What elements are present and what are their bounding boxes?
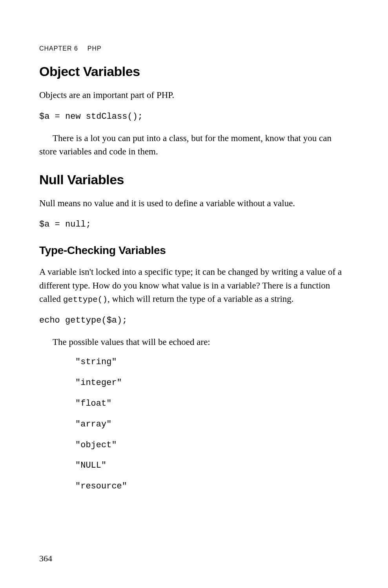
page-number: 364	[39, 554, 52, 564]
type-list: "string" "integer" "float" "array" "obje…	[75, 356, 349, 493]
list-item: "array"	[75, 418, 349, 431]
paragraph: Null means no value and it is used to de…	[39, 197, 349, 211]
paragraph: The possible values that will be echoed …	[39, 336, 349, 349]
inline-code: gettype()	[63, 295, 107, 304]
section-type-checking: Type-Checking Variables A variable isn't…	[39, 244, 349, 493]
code-block: echo gettype($a);	[39, 314, 349, 327]
section-object-variables: Object Variables Objects are an importan…	[39, 64, 349, 159]
running-header: CHAPTER 6PHP	[39, 45, 349, 52]
heading-null-variables: Null Variables	[39, 172, 349, 187]
list-item: "resource"	[75, 480, 349, 493]
list-item: "string"	[75, 356, 349, 368]
code-block: $a = new stdClass();	[39, 110, 349, 123]
heading-object-variables: Object Variables	[39, 64, 349, 79]
heading-type-checking: Type-Checking Variables	[39, 244, 349, 257]
list-item: "NULL"	[75, 459, 349, 472]
list-item: "float"	[75, 397, 349, 410]
paragraph: Objects are an important part of PHP.	[39, 89, 349, 102]
page-content: CHAPTER 6PHP Object Variables Objects ar…	[0, 0, 388, 530]
chapter-title: PHP	[87, 45, 102, 52]
paragraph: There is a lot you can put into a class,…	[39, 132, 349, 159]
paragraph: A variable isn't locked into a specific …	[39, 265, 349, 306]
list-item: "integer"	[75, 377, 349, 389]
list-item: "object"	[75, 439, 349, 452]
code-block: $a = null;	[39, 218, 349, 231]
text-run: , which will return the type of a variab…	[107, 294, 294, 304]
chapter-number: CHAPTER 6	[39, 45, 78, 52]
section-null-variables: Null Variables Null means no value and i…	[39, 172, 349, 231]
